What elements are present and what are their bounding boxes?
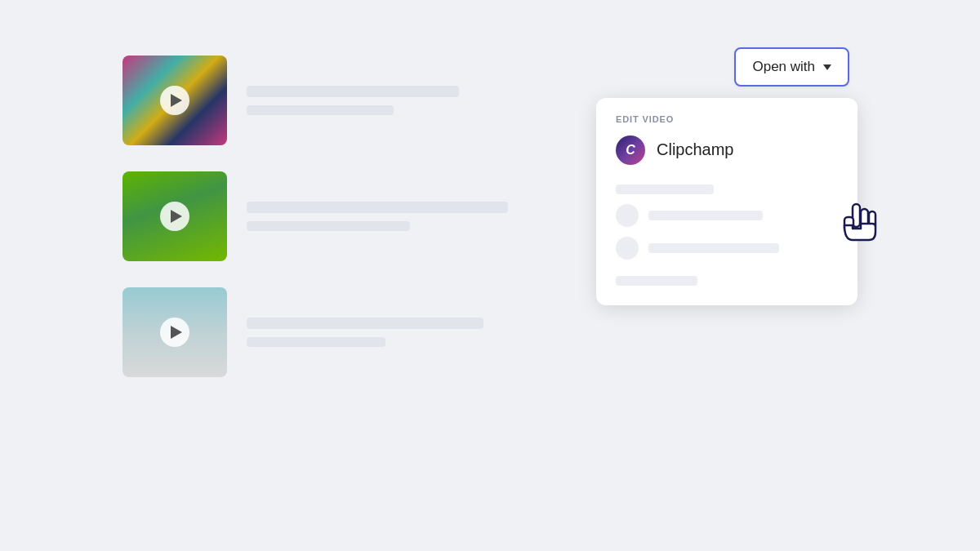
skeleton-subtitle (247, 221, 410, 231)
skeleton-row-2 (616, 204, 838, 227)
clipchamp-icon: C (616, 136, 645, 165)
clipchamp-letter: C (626, 143, 635, 158)
skeleton-row-4 (616, 276, 697, 286)
thumbnail-3[interactable] (122, 287, 227, 377)
open-with-label: Open with (752, 59, 815, 75)
play-triangle-icon (171, 210, 182, 223)
play-button-1[interactable] (160, 86, 189, 115)
chevron-down-icon (823, 64, 831, 70)
list-item (122, 287, 547, 377)
play-button-3[interactable] (160, 318, 189, 347)
file-info-3 (247, 318, 547, 347)
play-triangle-icon (171, 326, 182, 339)
clipchamp-item[interactable]: C Clipchamp (616, 136, 838, 165)
skeleton-row-3 (616, 237, 838, 260)
file-info-2 (247, 202, 547, 231)
dropdown-panel: EDIT VIDEO C Clipchamp (596, 98, 858, 305)
clipchamp-name: Clipchamp (657, 140, 733, 159)
section-label: EDIT VIDEO (616, 114, 838, 124)
play-triangle-icon (171, 94, 182, 107)
file-info-1 (247, 86, 547, 115)
play-button-2[interactable] (160, 202, 189, 231)
list-item (122, 171, 547, 261)
thumbnail-1[interactable] (122, 56, 227, 145)
list-item (122, 56, 547, 145)
open-with-button[interactable]: Open with (734, 47, 849, 87)
skeleton-row-1 (616, 184, 714, 194)
skeleton-circle (616, 237, 639, 260)
cursor-hand (836, 202, 882, 251)
skeleton-title (247, 86, 459, 97)
pointer-icon (836, 202, 882, 248)
skeleton-text (648, 211, 763, 220)
skeleton-title (247, 202, 508, 213)
file-list (122, 39, 580, 513)
right-panel: Open with EDIT VIDEO C Clipchamp (580, 39, 858, 513)
dropdown-skeletons (616, 181, 838, 286)
skeleton-circle (616, 204, 639, 227)
main-container: Open with EDIT VIDEO C Clipchamp (122, 39, 858, 513)
thumbnail-2[interactable] (122, 171, 227, 261)
skeleton-subtitle (247, 337, 385, 347)
skeleton-text (648, 243, 779, 253)
skeleton-subtitle (247, 105, 394, 115)
skeleton-title (247, 318, 483, 329)
